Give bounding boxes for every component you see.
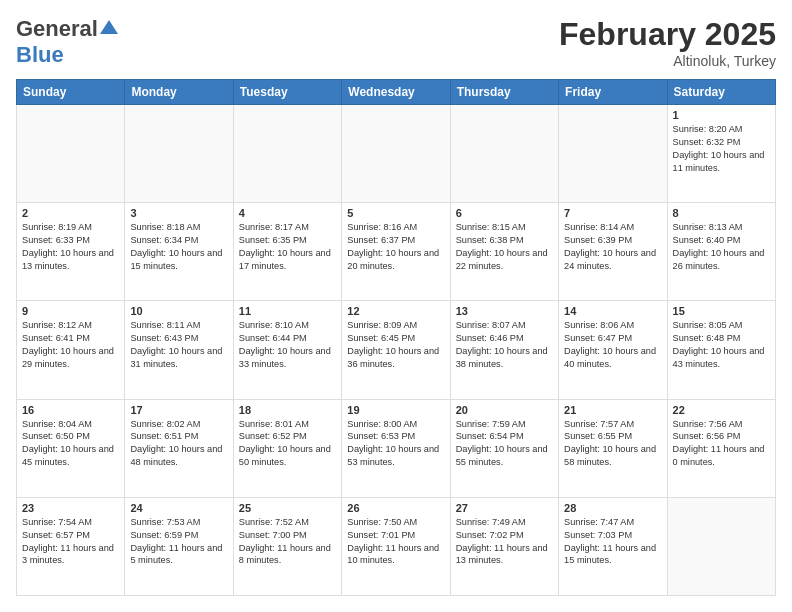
calendar-cell: 3Sunrise: 8:18 AMSunset: 6:34 PMDaylight… (125, 203, 233, 301)
day-number: 12 (347, 305, 444, 317)
day-info: Sunrise: 8:12 AMSunset: 6:41 PMDaylight:… (22, 319, 119, 371)
weekday-header: Wednesday (342, 80, 450, 105)
title-block: February 2025 Altinoluk, Turkey (559, 16, 776, 69)
calendar-cell: 5Sunrise: 8:16 AMSunset: 6:37 PMDaylight… (342, 203, 450, 301)
day-number: 16 (22, 404, 119, 416)
day-number: 26 (347, 502, 444, 514)
logo-general: General (16, 16, 98, 42)
calendar-cell: 11Sunrise: 8:10 AMSunset: 6:44 PMDayligh… (233, 301, 341, 399)
svg-marker-0 (100, 20, 118, 34)
weekday-header: Monday (125, 80, 233, 105)
logo-icon (100, 18, 118, 36)
day-info: Sunrise: 8:13 AMSunset: 6:40 PMDaylight:… (673, 221, 770, 273)
calendar-cell (342, 105, 450, 203)
calendar-cell: 12Sunrise: 8:09 AMSunset: 6:45 PMDayligh… (342, 301, 450, 399)
logo-blue: Blue (16, 42, 64, 67)
calendar-cell: 1Sunrise: 8:20 AMSunset: 6:32 PMDaylight… (667, 105, 775, 203)
calendar-cell: 10Sunrise: 8:11 AMSunset: 6:43 PMDayligh… (125, 301, 233, 399)
day-info: Sunrise: 8:09 AMSunset: 6:45 PMDaylight:… (347, 319, 444, 371)
calendar-cell: 24Sunrise: 7:53 AMSunset: 6:59 PMDayligh… (125, 497, 233, 595)
day-info: Sunrise: 7:59 AMSunset: 6:54 PMDaylight:… (456, 418, 553, 470)
day-info: Sunrise: 8:11 AMSunset: 6:43 PMDaylight:… (130, 319, 227, 371)
day-info: Sunrise: 7:47 AMSunset: 7:03 PMDaylight:… (564, 516, 661, 568)
day-info: Sunrise: 8:06 AMSunset: 6:47 PMDaylight:… (564, 319, 661, 371)
calendar-cell: 6Sunrise: 8:15 AMSunset: 6:38 PMDaylight… (450, 203, 558, 301)
weekday-header: Tuesday (233, 80, 341, 105)
day-info: Sunrise: 7:56 AMSunset: 6:56 PMDaylight:… (673, 418, 770, 470)
day-number: 22 (673, 404, 770, 416)
calendar-cell: 26Sunrise: 7:50 AMSunset: 7:01 PMDayligh… (342, 497, 450, 595)
day-info: Sunrise: 8:10 AMSunset: 6:44 PMDaylight:… (239, 319, 336, 371)
calendar-cell (667, 497, 775, 595)
day-info: Sunrise: 8:00 AMSunset: 6:53 PMDaylight:… (347, 418, 444, 470)
calendar-cell: 19Sunrise: 8:00 AMSunset: 6:53 PMDayligh… (342, 399, 450, 497)
day-info: Sunrise: 8:18 AMSunset: 6:34 PMDaylight:… (130, 221, 227, 273)
day-info: Sunrise: 8:19 AMSunset: 6:33 PMDaylight:… (22, 221, 119, 273)
day-info: Sunrise: 8:15 AMSunset: 6:38 PMDaylight:… (456, 221, 553, 273)
calendar-cell: 16Sunrise: 8:04 AMSunset: 6:50 PMDayligh… (17, 399, 125, 497)
day-number: 14 (564, 305, 661, 317)
calendar-cell (559, 105, 667, 203)
day-number: 28 (564, 502, 661, 514)
calendar-title: February 2025 (559, 16, 776, 53)
calendar-cell: 2Sunrise: 8:19 AMSunset: 6:33 PMDaylight… (17, 203, 125, 301)
calendar-cell: 8Sunrise: 8:13 AMSunset: 6:40 PMDaylight… (667, 203, 775, 301)
header: General Blue February 2025 Altinoluk, Tu… (16, 16, 776, 69)
day-number: 24 (130, 502, 227, 514)
calendar-cell: 15Sunrise: 8:05 AMSunset: 6:48 PMDayligh… (667, 301, 775, 399)
day-number: 6 (456, 207, 553, 219)
day-number: 15 (673, 305, 770, 317)
day-number: 9 (22, 305, 119, 317)
day-number: 2 (22, 207, 119, 219)
day-info: Sunrise: 8:01 AMSunset: 6:52 PMDaylight:… (239, 418, 336, 470)
calendar-cell (450, 105, 558, 203)
day-info: Sunrise: 8:02 AMSunset: 6:51 PMDaylight:… (130, 418, 227, 470)
weekday-header: Saturday (667, 80, 775, 105)
calendar-cell: 13Sunrise: 8:07 AMSunset: 6:46 PMDayligh… (450, 301, 558, 399)
calendar-cell: 28Sunrise: 7:47 AMSunset: 7:03 PMDayligh… (559, 497, 667, 595)
day-number: 4 (239, 207, 336, 219)
calendar-cell: 14Sunrise: 8:06 AMSunset: 6:47 PMDayligh… (559, 301, 667, 399)
calendar-table: SundayMondayTuesdayWednesdayThursdayFrid… (16, 79, 776, 596)
day-info: Sunrise: 7:53 AMSunset: 6:59 PMDaylight:… (130, 516, 227, 568)
calendar-cell: 23Sunrise: 7:54 AMSunset: 6:57 PMDayligh… (17, 497, 125, 595)
day-number: 8 (673, 207, 770, 219)
calendar-location: Altinoluk, Turkey (559, 53, 776, 69)
day-number: 19 (347, 404, 444, 416)
calendar-cell: 20Sunrise: 7:59 AMSunset: 6:54 PMDayligh… (450, 399, 558, 497)
day-info: Sunrise: 7:50 AMSunset: 7:01 PMDaylight:… (347, 516, 444, 568)
weekday-header: Sunday (17, 80, 125, 105)
day-info: Sunrise: 7:49 AMSunset: 7:02 PMDaylight:… (456, 516, 553, 568)
calendar-cell: 17Sunrise: 8:02 AMSunset: 6:51 PMDayligh… (125, 399, 233, 497)
calendar-cell (17, 105, 125, 203)
calendar-cell: 4Sunrise: 8:17 AMSunset: 6:35 PMDaylight… (233, 203, 341, 301)
calendar-cell: 7Sunrise: 8:14 AMSunset: 6:39 PMDaylight… (559, 203, 667, 301)
weekday-header: Friday (559, 80, 667, 105)
day-info: Sunrise: 7:54 AMSunset: 6:57 PMDaylight:… (22, 516, 119, 568)
day-number: 3 (130, 207, 227, 219)
day-number: 17 (130, 404, 227, 416)
day-info: Sunrise: 8:14 AMSunset: 6:39 PMDaylight:… (564, 221, 661, 273)
day-number: 25 (239, 502, 336, 514)
calendar-cell: 25Sunrise: 7:52 AMSunset: 7:00 PMDayligh… (233, 497, 341, 595)
day-number: 23 (22, 502, 119, 514)
day-info: Sunrise: 8:20 AMSunset: 6:32 PMDaylight:… (673, 123, 770, 175)
logo: General Blue (16, 16, 118, 68)
day-number: 10 (130, 305, 227, 317)
calendar-cell (125, 105, 233, 203)
day-number: 13 (456, 305, 553, 317)
calendar-cell: 18Sunrise: 8:01 AMSunset: 6:52 PMDayligh… (233, 399, 341, 497)
day-number: 1 (673, 109, 770, 121)
day-info: Sunrise: 8:17 AMSunset: 6:35 PMDaylight:… (239, 221, 336, 273)
page: General Blue February 2025 Altinoluk, Tu… (0, 0, 792, 612)
day-info: Sunrise: 7:57 AMSunset: 6:55 PMDaylight:… (564, 418, 661, 470)
day-info: Sunrise: 7:52 AMSunset: 7:00 PMDaylight:… (239, 516, 336, 568)
day-info: Sunrise: 8:16 AMSunset: 6:37 PMDaylight:… (347, 221, 444, 273)
day-number: 5 (347, 207, 444, 219)
day-number: 11 (239, 305, 336, 317)
day-info: Sunrise: 8:05 AMSunset: 6:48 PMDaylight:… (673, 319, 770, 371)
day-number: 7 (564, 207, 661, 219)
day-number: 21 (564, 404, 661, 416)
day-info: Sunrise: 8:07 AMSunset: 6:46 PMDaylight:… (456, 319, 553, 371)
calendar-cell: 22Sunrise: 7:56 AMSunset: 6:56 PMDayligh… (667, 399, 775, 497)
